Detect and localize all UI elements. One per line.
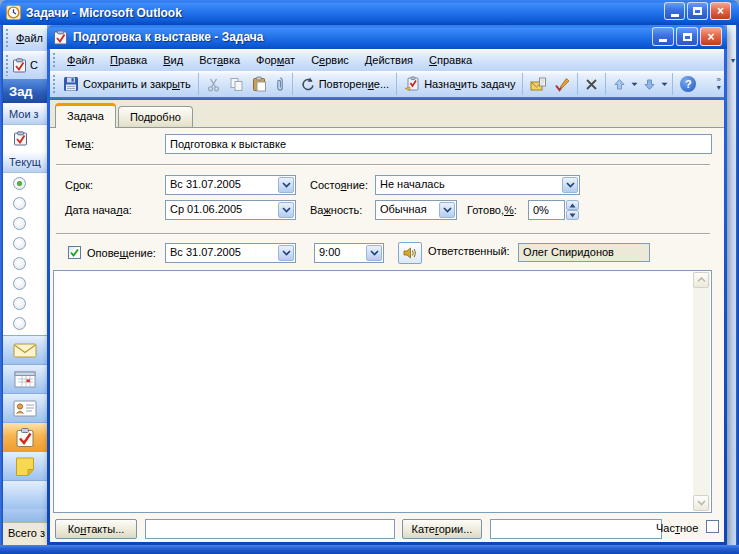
- reminder-date-combo[interactable]: Вс 31.07.2005: [165, 243, 296, 263]
- dialog-minimize-button[interactable]: [652, 27, 674, 46]
- contacts-icon: [13, 400, 37, 417]
- chevron-up-icon: [697, 277, 706, 283]
- tab-details[interactable]: Подробно: [118, 106, 193, 127]
- nav-mail-button[interactable]: [3, 335, 47, 364]
- dropdown-button[interactable]: [278, 245, 294, 261]
- send-status-report-button[interactable]: [526, 75, 550, 94]
- toolbar-overflow-button[interactable]: » ▾: [714, 76, 724, 92]
- scroll-down-button[interactable]: [693, 495, 709, 511]
- categories-button[interactable]: Категории...: [402, 519, 482, 539]
- toolbar-drag-handle[interactable]: [52, 52, 56, 68]
- reminder-sound-button[interactable]: [398, 242, 422, 264]
- tasks-pane-banner: Зад: [3, 79, 47, 103]
- view-radio[interactable]: [13, 317, 26, 330]
- separator: [577, 73, 578, 95]
- reminder-checkbox[interactable]: [68, 246, 81, 259]
- menu-tools[interactable]: Сервис: [303, 51, 357, 69]
- view-radio[interactable]: [13, 217, 26, 230]
- spin-down-button[interactable]: [566, 210, 579, 220]
- nav-tasks-button[interactable]: [3, 422, 47, 451]
- dropdown-button[interactable]: [278, 177, 294, 193]
- percent-complete-spinner: [566, 200, 579, 220]
- new-task-icon: [12, 58, 27, 73]
- private-checkbox[interactable]: [706, 520, 719, 533]
- categories-input[interactable]: [490, 519, 662, 539]
- minimize-icon: [659, 39, 667, 42]
- menu-file[interactable]: Файл: [59, 51, 102, 69]
- reminder-time-combo[interactable]: 9:00: [314, 243, 384, 263]
- paste-button[interactable]: [248, 74, 271, 94]
- copy-button[interactable]: [225, 75, 248, 94]
- menu-edit[interactable]: Правка: [102, 51, 155, 69]
- delete-icon: [585, 78, 598, 91]
- mark-complete-button[interactable]: [550, 75, 574, 94]
- new-task-button[interactable]: С: [12, 58, 38, 73]
- dropdown-button[interactable]: [366, 245, 382, 261]
- outer-close-button[interactable]: ×: [710, 2, 731, 20]
- dropdown-button[interactable]: [278, 202, 294, 218]
- help-button[interactable]: ?: [676, 74, 700, 94]
- menu-format[interactable]: Формат: [248, 51, 303, 69]
- next-item-dropdown[interactable]: [660, 80, 669, 89]
- contacts-button[interactable]: Контакты...: [55, 519, 137, 539]
- spin-up-button[interactable]: [566, 200, 579, 210]
- previous-item-dropdown[interactable]: [630, 80, 639, 89]
- cut-button[interactable]: [202, 75, 225, 94]
- recurrence-button[interactable]: Повторение...: [296, 75, 393, 94]
- priority-combo[interactable]: Обычная: [375, 200, 457, 220]
- subject-input[interactable]: [165, 134, 712, 154]
- view-radio[interactable]: [13, 197, 26, 210]
- nav-notes-button[interactable]: [3, 451, 47, 480]
- percent-complete-input[interactable]: [528, 200, 565, 220]
- view-radio[interactable]: [13, 237, 26, 250]
- tab-task[interactable]: Задача: [55, 103, 116, 128]
- view-radio-selected[interactable]: [13, 177, 26, 190]
- toolbar-drag-handle[interactable]: [5, 28, 9, 48]
- task-body-area[interactable]: [53, 270, 712, 513]
- menu-view[interactable]: Вид: [155, 51, 191, 69]
- view-radio[interactable]: [13, 277, 26, 290]
- separator: [198, 73, 199, 95]
- scroll-up-button[interactable]: [693, 272, 709, 288]
- my-tasks-item[interactable]: [3, 125, 47, 151]
- owner-label: Ответственный:: [428, 245, 510, 257]
- assign-task-button[interactable]: Назначить задачу: [400, 74, 519, 94]
- menu-insert[interactable]: Вставка: [191, 51, 248, 69]
- toolbar-drag-handle[interactable]: [52, 74, 56, 94]
- outer-menu-file[interactable]: Файл: [12, 29, 47, 47]
- view-radio[interactable]: [13, 297, 26, 310]
- outer-maximize-button[interactable]: [687, 2, 708, 20]
- chevron-down-icon: [282, 250, 291, 256]
- next-item-button[interactable]: [639, 76, 660, 93]
- previous-item-button[interactable]: [609, 76, 630, 93]
- nav-blank-button[interactable]: [3, 480, 47, 509]
- outlook-sidebar: Файл С Зад Мои з Текущ: [0, 25, 47, 545]
- nav-contacts-button[interactable]: [3, 393, 47, 422]
- nav-calendar-button[interactable]: [3, 364, 47, 393]
- status-bar: Всего з: [3, 522, 47, 545]
- close-icon: ×: [717, 5, 724, 17]
- chevron-down-icon: [697, 500, 706, 506]
- maximize-icon: [693, 7, 702, 15]
- menu-help[interactable]: Справка: [421, 51, 480, 69]
- contacts-input[interactable]: [145, 519, 395, 539]
- start-date-combo[interactable]: Ср 01.06.2005: [165, 200, 296, 220]
- due-date-label: Срок:: [65, 179, 93, 191]
- dialog-maximize-button[interactable]: [676, 27, 698, 46]
- dropdown-button[interactable]: [439, 202, 455, 218]
- delete-button[interactable]: [581, 76, 602, 93]
- dialog-close-button[interactable]: ×: [700, 27, 722, 46]
- vertical-scrollbar[interactable]: [693, 272, 710, 511]
- dropdown-button[interactable]: [562, 177, 578, 193]
- attach-file-button[interactable]: [271, 74, 289, 94]
- reminder-label: Оповещение:: [87, 247, 156, 259]
- separator: [605, 73, 606, 95]
- toolbar-drag-handle[interactable]: [5, 54, 9, 76]
- view-radio[interactable]: [13, 257, 26, 270]
- menu-actions[interactable]: Действия: [357, 51, 421, 69]
- outer-minimize-button[interactable]: [664, 2, 685, 20]
- save-and-close-button[interactable]: Сохранить и закрыть: [59, 74, 195, 94]
- status-combo[interactable]: Не началась: [375, 175, 580, 195]
- chevron-down-icon: [443, 207, 452, 213]
- due-date-combo[interactable]: Вс 31.07.2005: [165, 175, 296, 195]
